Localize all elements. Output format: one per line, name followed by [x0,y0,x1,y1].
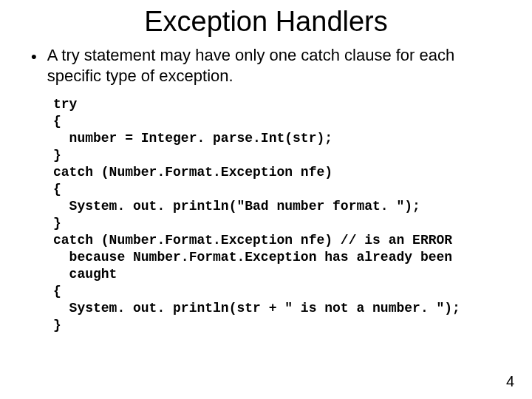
slide: Exception Handlers • A try statement may… [0,0,532,399]
bullet-text: A try statement may have only one catch … [47,45,502,86]
page-number: 4 [506,373,514,390]
slide-title: Exception Handlers [0,0,532,44]
bullet-item: • A try statement may have only one catc… [0,45,532,86]
code-block: try { number = Integer. parse.Int(str); … [0,96,532,334]
bullet-dot-icon: • [31,47,37,67]
